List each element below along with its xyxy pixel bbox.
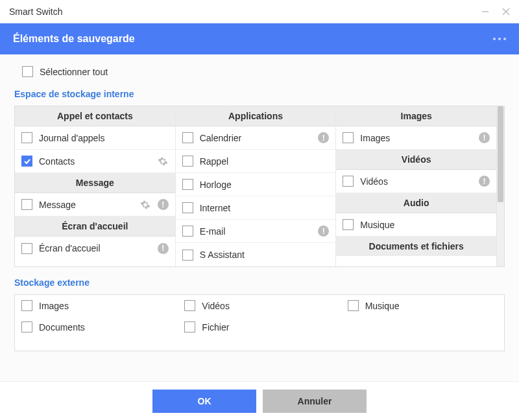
item-ext-images[interactable]: Images bbox=[15, 295, 178, 316]
item-label: Fichier bbox=[202, 322, 229, 332]
dialog-header: Éléments de sauvegarde bbox=[0, 23, 519, 54]
select-all-row[interactable]: Sélectionner tout bbox=[22, 66, 505, 77]
item-label: S Assistant bbox=[200, 250, 330, 260]
dialog-footer: OK Annuler bbox=[0, 381, 519, 420]
item-contacts[interactable]: Contacts bbox=[15, 150, 175, 173]
item-label: Calendrier bbox=[200, 133, 312, 143]
item-email[interactable]: E-mail ! bbox=[176, 220, 336, 243]
checkbox-images[interactable] bbox=[343, 132, 354, 143]
item-label: Rappel bbox=[200, 156, 330, 167]
item-reminder[interactable]: Rappel bbox=[176, 150, 336, 173]
item-label: E-mail bbox=[200, 226, 312, 237]
item-label: Musique bbox=[365, 301, 400, 311]
header-menu-icon[interactable] bbox=[493, 38, 506, 40]
group-header-message: Message bbox=[15, 173, 175, 193]
checkbox-ext-documents[interactable] bbox=[21, 321, 32, 332]
close-button[interactable] bbox=[500, 5, 513, 18]
group-header-videos: Vidéos bbox=[336, 150, 496, 170]
group-header-audio: Audio bbox=[336, 193, 496, 213]
external-storage-table: Images Documents Vidéos Fichier Musique bbox=[14, 294, 505, 351]
internal-storage-table: Appel et contacts Journal d'appels Conta… bbox=[14, 106, 505, 267]
item-ext-file[interactable]: Fichier bbox=[178, 316, 341, 338]
warning-icon: ! bbox=[318, 226, 329, 237]
group-header-images: Images bbox=[336, 106, 496, 126]
warning-icon: ! bbox=[158, 243, 169, 254]
item-label: Images bbox=[360, 133, 472, 143]
item-label: Vidéos bbox=[360, 176, 472, 187]
checkbox-contacts[interactable] bbox=[21, 156, 32, 167]
checkbox-ext-file[interactable] bbox=[184, 321, 195, 332]
internal-storage-title: Espace de stockage interne bbox=[14, 89, 505, 99]
item-label: Horloge bbox=[200, 180, 330, 190]
item-label: Internet bbox=[200, 203, 330, 213]
group-header-call-contacts: Appel et contacts bbox=[15, 106, 175, 126]
item-s-assistant[interactable]: S Assistant bbox=[176, 243, 336, 266]
item-label: Message bbox=[39, 200, 133, 210]
ok-button[interactable]: OK bbox=[152, 390, 256, 413]
gear-icon[interactable] bbox=[139, 199, 151, 211]
checkbox-clock[interactable] bbox=[182, 179, 193, 190]
checkbox-message[interactable] bbox=[21, 199, 32, 210]
item-ext-videos[interactable]: Vidéos bbox=[178, 295, 341, 316]
group-header-applications: Applications bbox=[176, 106, 336, 126]
item-label: Musique bbox=[360, 220, 490, 230]
item-label: Documents bbox=[39, 322, 85, 332]
external-col-3: Musique bbox=[341, 295, 504, 338]
checkbox-s-assistant[interactable] bbox=[182, 250, 193, 261]
item-label: Images bbox=[39, 301, 69, 311]
item-images[interactable]: Images ! bbox=[336, 126, 496, 150]
item-internet[interactable]: Internet bbox=[176, 196, 336, 220]
item-music[interactable]: Musique bbox=[336, 213, 496, 237]
internal-col-2: Applications Calendrier ! Rappel Horloge… bbox=[176, 106, 337, 266]
item-call-log[interactable]: Journal d'appels bbox=[15, 126, 175, 150]
checkbox-videos[interactable] bbox=[343, 176, 354, 187]
group-header-documents: Documents et fichiers bbox=[336, 237, 496, 256]
external-storage-title: Stockage externe bbox=[14, 277, 505, 288]
select-all-label: Sélectionner tout bbox=[40, 67, 108, 77]
checkbox-call-log[interactable] bbox=[21, 132, 32, 143]
item-label: Journal d'appels bbox=[39, 133, 169, 143]
item-home-screen[interactable]: Écran d'accueil ! bbox=[15, 237, 175, 260]
item-message[interactable]: Message ! bbox=[15, 193, 175, 216]
item-ext-documents[interactable]: Documents bbox=[15, 316, 178, 338]
checkbox-home-screen[interactable] bbox=[21, 243, 32, 254]
warning-icon: ! bbox=[479, 176, 490, 187]
external-col-1: Images Documents bbox=[15, 295, 178, 338]
checkbox-email[interactable] bbox=[182, 226, 193, 237]
scrollbar-thumb[interactable] bbox=[498, 106, 503, 202]
checkbox-ext-music[interactable] bbox=[348, 300, 359, 311]
item-calendar[interactable]: Calendrier ! bbox=[176, 126, 336, 150]
item-ext-music[interactable]: Musique bbox=[341, 295, 504, 316]
item-label: Écran d'accueil bbox=[39, 243, 151, 253]
group-header-home-screen: Écran d'accueil bbox=[15, 216, 175, 237]
checkbox-ext-images[interactable] bbox=[21, 300, 32, 311]
warning-icon: ! bbox=[318, 132, 329, 143]
titlebar: Smart Switch bbox=[0, 0, 519, 23]
internal-col-3: Images Images ! Vidéos Vidéos ! Audio Mu… bbox=[336, 106, 496, 266]
item-clock[interactable]: Horloge bbox=[176, 173, 336, 196]
checkbox-reminder[interactable] bbox=[182, 156, 193, 167]
warning-icon: ! bbox=[479, 132, 490, 143]
item-videos[interactable]: Vidéos ! bbox=[336, 170, 496, 193]
minimize-button[interactable] bbox=[479, 5, 492, 18]
checkbox-music[interactable] bbox=[343, 219, 354, 230]
external-col-2: Vidéos Fichier bbox=[178, 295, 341, 338]
window-controls bbox=[479, 5, 513, 18]
gear-icon[interactable] bbox=[157, 156, 169, 167]
checkbox-internet[interactable] bbox=[182, 202, 193, 213]
select-all-checkbox[interactable] bbox=[22, 66, 33, 77]
checkbox-ext-videos[interactable] bbox=[184, 300, 195, 311]
item-label: Vidéos bbox=[202, 301, 230, 311]
internal-col-1: Appel et contacts Journal d'appels Conta… bbox=[15, 106, 176, 266]
item-label: Contacts bbox=[39, 156, 151, 167]
warning-icon: ! bbox=[158, 199, 169, 210]
content-area: Sélectionner tout Espace de stockage int… bbox=[0, 54, 519, 381]
scrollbar[interactable] bbox=[496, 106, 504, 266]
dialog-title: Éléments de sauvegarde bbox=[13, 33, 135, 45]
checkbox-calendar[interactable] bbox=[182, 132, 193, 143]
cancel-button[interactable]: Annuler bbox=[263, 390, 367, 413]
window-title: Smart Switch bbox=[9, 6, 62, 17]
